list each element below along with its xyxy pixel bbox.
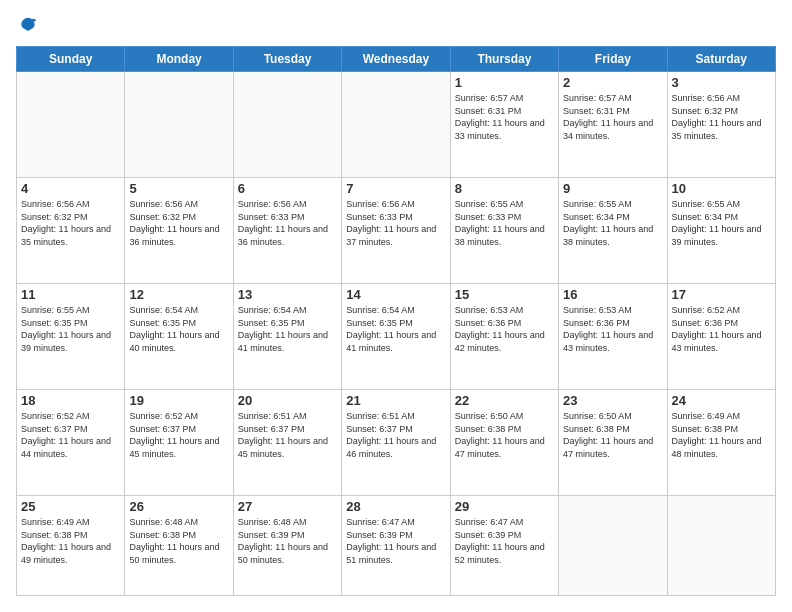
day-info: Sunrise: 6:52 AM Sunset: 6:36 PM Dayligh… <box>672 304 771 354</box>
day-number: 21 <box>346 393 445 408</box>
day-number: 25 <box>21 499 120 514</box>
logo <box>16 16 38 36</box>
day-number: 13 <box>238 287 337 302</box>
day-info: Sunrise: 6:55 AM Sunset: 6:33 PM Dayligh… <box>455 198 554 248</box>
calendar-cell: 23Sunrise: 6:50 AM Sunset: 6:38 PM Dayli… <box>559 390 667 496</box>
day-number: 3 <box>672 75 771 90</box>
calendar-cell: 20Sunrise: 6:51 AM Sunset: 6:37 PM Dayli… <box>233 390 341 496</box>
day-info: Sunrise: 6:48 AM Sunset: 6:38 PM Dayligh… <box>129 516 228 566</box>
day-number: 1 <box>455 75 554 90</box>
day-info: Sunrise: 6:54 AM Sunset: 6:35 PM Dayligh… <box>346 304 445 354</box>
calendar-cell: 10Sunrise: 6:55 AM Sunset: 6:34 PM Dayli… <box>667 178 775 284</box>
day-number: 20 <box>238 393 337 408</box>
day-info: Sunrise: 6:51 AM Sunset: 6:37 PM Dayligh… <box>346 410 445 460</box>
calendar-cell <box>342 72 450 178</box>
calendar-cell <box>667 496 775 596</box>
day-info: Sunrise: 6:49 AM Sunset: 6:38 PM Dayligh… <box>672 410 771 460</box>
calendar-cell: 29Sunrise: 6:47 AM Sunset: 6:39 PM Dayli… <box>450 496 558 596</box>
day-info: Sunrise: 6:56 AM Sunset: 6:32 PM Dayligh… <box>129 198 228 248</box>
calendar-cell: 11Sunrise: 6:55 AM Sunset: 6:35 PM Dayli… <box>17 284 125 390</box>
day-info: Sunrise: 6:57 AM Sunset: 6:31 PM Dayligh… <box>455 92 554 142</box>
day-number: 8 <box>455 181 554 196</box>
calendar-week-3: 11Sunrise: 6:55 AM Sunset: 6:35 PM Dayli… <box>17 284 776 390</box>
calendar-header-row: Sunday Monday Tuesday Wednesday Thursday… <box>17 47 776 72</box>
day-info: Sunrise: 6:55 AM Sunset: 6:34 PM Dayligh… <box>672 198 771 248</box>
calendar-cell: 5Sunrise: 6:56 AM Sunset: 6:32 PM Daylig… <box>125 178 233 284</box>
day-info: Sunrise: 6:55 AM Sunset: 6:34 PM Dayligh… <box>563 198 662 248</box>
day-number: 18 <box>21 393 120 408</box>
logo-bird-icon <box>18 16 38 36</box>
day-info: Sunrise: 6:57 AM Sunset: 6:31 PM Dayligh… <box>563 92 662 142</box>
calendar-cell: 2Sunrise: 6:57 AM Sunset: 6:31 PM Daylig… <box>559 72 667 178</box>
day-number: 4 <box>21 181 120 196</box>
day-info: Sunrise: 6:52 AM Sunset: 6:37 PM Dayligh… <box>21 410 120 460</box>
calendar-cell <box>17 72 125 178</box>
calendar-cell: 4Sunrise: 6:56 AM Sunset: 6:32 PM Daylig… <box>17 178 125 284</box>
calendar-cell: 22Sunrise: 6:50 AM Sunset: 6:38 PM Dayli… <box>450 390 558 496</box>
calendar-week-5: 25Sunrise: 6:49 AM Sunset: 6:38 PM Dayli… <box>17 496 776 596</box>
calendar-week-2: 4Sunrise: 6:56 AM Sunset: 6:32 PM Daylig… <box>17 178 776 284</box>
day-info: Sunrise: 6:47 AM Sunset: 6:39 PM Dayligh… <box>455 516 554 566</box>
calendar-cell: 14Sunrise: 6:54 AM Sunset: 6:35 PM Dayli… <box>342 284 450 390</box>
day-info: Sunrise: 6:54 AM Sunset: 6:35 PM Dayligh… <box>238 304 337 354</box>
day-info: Sunrise: 6:52 AM Sunset: 6:37 PM Dayligh… <box>129 410 228 460</box>
day-info: Sunrise: 6:49 AM Sunset: 6:38 PM Dayligh… <box>21 516 120 566</box>
day-number: 22 <box>455 393 554 408</box>
calendar-cell: 21Sunrise: 6:51 AM Sunset: 6:37 PM Dayli… <box>342 390 450 496</box>
day-info: Sunrise: 6:53 AM Sunset: 6:36 PM Dayligh… <box>455 304 554 354</box>
day-number: 9 <box>563 181 662 196</box>
day-number: 26 <box>129 499 228 514</box>
calendar-cell: 1Sunrise: 6:57 AM Sunset: 6:31 PM Daylig… <box>450 72 558 178</box>
calendar-week-4: 18Sunrise: 6:52 AM Sunset: 6:37 PM Dayli… <box>17 390 776 496</box>
calendar-cell: 28Sunrise: 6:47 AM Sunset: 6:39 PM Dayli… <box>342 496 450 596</box>
day-number: 11 <box>21 287 120 302</box>
calendar-cell <box>125 72 233 178</box>
day-info: Sunrise: 6:56 AM Sunset: 6:33 PM Dayligh… <box>346 198 445 248</box>
day-number: 5 <box>129 181 228 196</box>
day-number: 17 <box>672 287 771 302</box>
day-info: Sunrise: 6:50 AM Sunset: 6:38 PM Dayligh… <box>563 410 662 460</box>
calendar-cell: 8Sunrise: 6:55 AM Sunset: 6:33 PM Daylig… <box>450 178 558 284</box>
calendar-cell: 6Sunrise: 6:56 AM Sunset: 6:33 PM Daylig… <box>233 178 341 284</box>
calendar-cell: 7Sunrise: 6:56 AM Sunset: 6:33 PM Daylig… <box>342 178 450 284</box>
day-number: 23 <box>563 393 662 408</box>
day-number: 28 <box>346 499 445 514</box>
day-number: 19 <box>129 393 228 408</box>
day-info: Sunrise: 6:51 AM Sunset: 6:37 PM Dayligh… <box>238 410 337 460</box>
day-number: 16 <box>563 287 662 302</box>
day-number: 7 <box>346 181 445 196</box>
calendar-cell <box>233 72 341 178</box>
day-number: 2 <box>563 75 662 90</box>
calendar-cell: 15Sunrise: 6:53 AM Sunset: 6:36 PM Dayli… <box>450 284 558 390</box>
calendar-cell: 3Sunrise: 6:56 AM Sunset: 6:32 PM Daylig… <box>667 72 775 178</box>
day-info: Sunrise: 6:48 AM Sunset: 6:39 PM Dayligh… <box>238 516 337 566</box>
col-wednesday: Wednesday <box>342 47 450 72</box>
calendar-cell: 16Sunrise: 6:53 AM Sunset: 6:36 PM Dayli… <box>559 284 667 390</box>
day-number: 10 <box>672 181 771 196</box>
calendar-cell: 24Sunrise: 6:49 AM Sunset: 6:38 PM Dayli… <box>667 390 775 496</box>
day-info: Sunrise: 6:47 AM Sunset: 6:39 PM Dayligh… <box>346 516 445 566</box>
calendar-week-1: 1Sunrise: 6:57 AM Sunset: 6:31 PM Daylig… <box>17 72 776 178</box>
calendar-cell: 27Sunrise: 6:48 AM Sunset: 6:39 PM Dayli… <box>233 496 341 596</box>
calendar-cell: 25Sunrise: 6:49 AM Sunset: 6:38 PM Dayli… <box>17 496 125 596</box>
day-number: 29 <box>455 499 554 514</box>
calendar-cell: 26Sunrise: 6:48 AM Sunset: 6:38 PM Dayli… <box>125 496 233 596</box>
calendar-cell <box>559 496 667 596</box>
col-friday: Friday <box>559 47 667 72</box>
day-info: Sunrise: 6:54 AM Sunset: 6:35 PM Dayligh… <box>129 304 228 354</box>
day-info: Sunrise: 6:53 AM Sunset: 6:36 PM Dayligh… <box>563 304 662 354</box>
day-number: 24 <box>672 393 771 408</box>
col-tuesday: Tuesday <box>233 47 341 72</box>
col-thursday: Thursday <box>450 47 558 72</box>
calendar-table: Sunday Monday Tuesday Wednesday Thursday… <box>16 46 776 596</box>
calendar-cell: 19Sunrise: 6:52 AM Sunset: 6:37 PM Dayli… <box>125 390 233 496</box>
col-monday: Monday <box>125 47 233 72</box>
col-sunday: Sunday <box>17 47 125 72</box>
day-number: 14 <box>346 287 445 302</box>
day-info: Sunrise: 6:55 AM Sunset: 6:35 PM Dayligh… <box>21 304 120 354</box>
calendar-cell: 13Sunrise: 6:54 AM Sunset: 6:35 PM Dayli… <box>233 284 341 390</box>
day-number: 6 <box>238 181 337 196</box>
calendar-cell: 12Sunrise: 6:54 AM Sunset: 6:35 PM Dayli… <box>125 284 233 390</box>
day-info: Sunrise: 6:56 AM Sunset: 6:32 PM Dayligh… <box>21 198 120 248</box>
calendar-cell: 9Sunrise: 6:55 AM Sunset: 6:34 PM Daylig… <box>559 178 667 284</box>
